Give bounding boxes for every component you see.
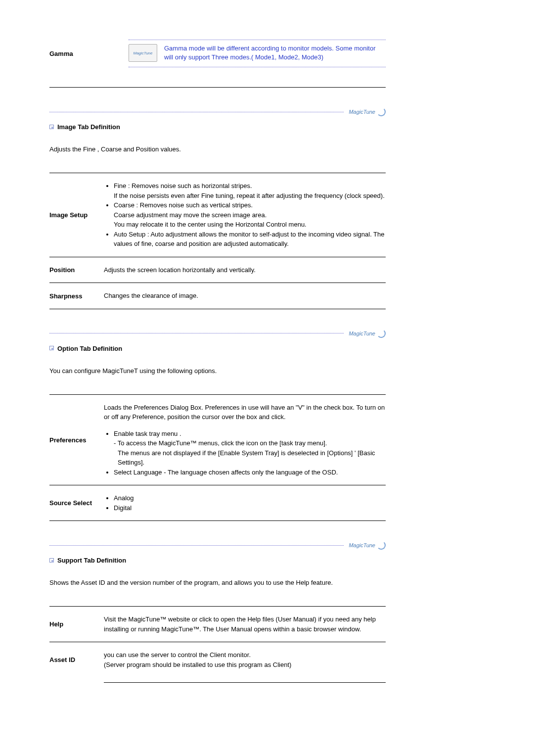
row-label: Preferences (49, 403, 104, 477)
heading-bullet-icon (49, 558, 54, 563)
logo-text: MagicTune (349, 331, 375, 336)
row-label: Source Select (49, 493, 104, 513)
table-row: Sharpness Changes the clearance of image… (49, 283, 386, 309)
list-text: If the noise persists even after Fine tu… (114, 192, 385, 199)
list-text: Coarse : Removes noise such as vertical … (114, 201, 253, 209)
table-row: Preferences Loads the Preferences Dialog… (49, 394, 386, 485)
heading-text: Support Tab Definition (57, 557, 126, 564)
option-tab-table: Preferences Loads the Preferences Dialog… (49, 394, 386, 521)
magictune-logo-small: MagicTune (349, 329, 386, 338)
row-content: you can use the server to control the Cl… (104, 650, 386, 669)
table-row: Image Setup Fine : Removes noise such as… (49, 173, 386, 257)
solid-divider (49, 87, 386, 88)
heading-bullet-icon (49, 125, 54, 130)
row-label: Position (49, 265, 104, 275)
swirl-icon (377, 541, 386, 550)
support-tab-desc: Shows the Asset ID and the version numbe… (49, 579, 386, 586)
gamma-row: Gamma MagicTune Gamma mode will be diffe… (49, 40, 386, 67)
gamma-note-wrap: MagicTune Gamma mode will be different a… (129, 40, 386, 67)
row-content: Adjusts the screen location horizontally… (104, 265, 386, 275)
list-item: Select Language - The language chosen af… (114, 468, 386, 477)
row-label: Help (49, 614, 104, 634)
list-text: You may relocate it to the center using … (114, 221, 307, 228)
asset-id-text2: (Server program should be installed to u… (104, 661, 291, 668)
magictune-logo-small: MagicTune (349, 107, 386, 116)
solid-divider (49, 309, 386, 309)
dotted-fill (49, 112, 344, 112)
dotted-fill (49, 333, 344, 333)
list-text: Fine : Removes noise such as horizontal … (114, 182, 252, 189)
solid-divider (49, 520, 386, 521)
option-tab-heading: Option Tab Definition (49, 345, 386, 352)
row-label: Asset ID (49, 650, 104, 669)
image-tab-heading: Image Tab Definition (49, 123, 386, 131)
list-text: Auto Setup : Auto adjustment allows the … (114, 231, 385, 248)
table-row: Source Select Analog Digital (49, 485, 386, 520)
row-content: Loads the Preferences Dialog Box. Prefer… (104, 403, 386, 477)
support-tab-table: Help Visit the MagicTune™ website or cli… (49, 606, 386, 682)
swirl-icon (377, 107, 386, 116)
preferences-intro: Loads the Preferences Dialog Box. Prefer… (104, 403, 386, 422)
list-text: The menus are not displayed if the [Enab… (118, 448, 386, 468)
row-content: Changes the clearance of image. (104, 291, 386, 301)
table-row: Asset ID you can use the server to contr… (49, 642, 386, 682)
dotted-fill (49, 545, 344, 546)
row-label: Image Setup (49, 181, 104, 249)
swirl-icon (377, 329, 386, 338)
heading-text: Option Tab Definition (57, 345, 122, 352)
row-content: Fine : Removes noise such as horizontal … (104, 181, 386, 249)
section-divider: MagicTune (49, 541, 386, 550)
magictune-logo-small: MagicTune (349, 541, 386, 550)
gamma-note-text: Gamma mode will be different according t… (164, 44, 386, 62)
logo-text: MagicTune (349, 542, 375, 548)
image-tab-table: Image Setup Fine : Removes noise such as… (49, 173, 386, 309)
row-content: Visit the MagicTune™ website or click to… (104, 614, 386, 634)
gamma-body: MagicTune Gamma mode will be different a… (129, 44, 386, 62)
list-item: Enable task tray menu . - To access the … (114, 429, 386, 468)
solid-divider-short (104, 682, 386, 683)
gamma-label: Gamma (49, 50, 79, 57)
dotted-divider-bottom (129, 67, 386, 67)
table-row: Position Adjusts the screen location hor… (49, 257, 386, 283)
list-item: Fine : Removes noise such as horizontal … (114, 181, 386, 200)
list-item: Coarse : Removes noise such as vertical … (114, 200, 386, 230)
section-divider: MagicTune (49, 329, 386, 338)
section-divider: MagicTune (49, 107, 386, 116)
list-item: Auto Setup : Auto adjustment allows the … (114, 230, 386, 249)
row-label: Sharpness (49, 291, 104, 301)
heading-bullet-icon (49, 346, 54, 351)
list-text: Coarse adjustment may move the screen im… (114, 211, 267, 219)
list-item: Analog (114, 493, 386, 503)
table-row: Help Visit the MagicTune™ website or cli… (49, 606, 386, 642)
logo-text: MagicTune (349, 109, 375, 115)
row-content: Analog Digital (104, 493, 386, 513)
list-text: - To access the MagicTune™ menus, click … (114, 439, 327, 447)
list-text: Enable task tray menu . (114, 430, 181, 437)
option-tab-desc: You can configure MagicTuneT using the f… (49, 367, 386, 375)
asset-id-text1: you can use the server to control the Cl… (104, 651, 251, 659)
list-item: Digital (114, 503, 386, 513)
dotted-divider-top (129, 40, 386, 40)
heading-text: Image Tab Definition (57, 123, 120, 131)
image-tab-desc: Adjusts the Fine , Coarse and Position v… (49, 145, 386, 153)
support-tab-heading: Support Tab Definition (49, 557, 386, 564)
magictune-logo-icon: MagicTune (129, 44, 157, 62)
